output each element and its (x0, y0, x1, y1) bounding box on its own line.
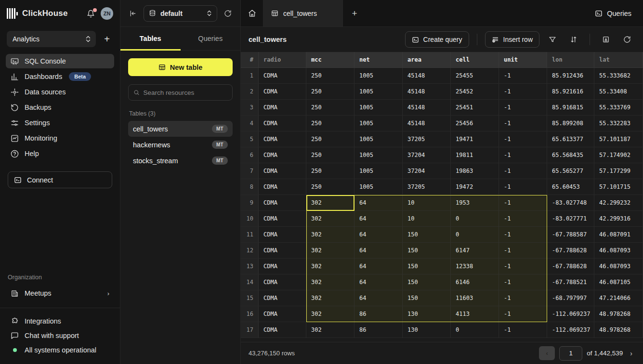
notifications-button[interactable] (85, 8, 97, 20)
queries-button[interactable]: Queries (583, 0, 643, 26)
grid-cell[interactable]: 250 (306, 179, 354, 195)
grid-cell[interactable]: 0 (451, 227, 499, 243)
database-select[interactable]: default (144, 5, 217, 22)
grid-cell[interactable]: 302 (306, 322, 354, 338)
column-header-rownum[interactable]: # (241, 52, 259, 68)
grid-cell[interactable]: CDMA (259, 290, 306, 306)
grid-cell[interactable]: 42.299316 (594, 211, 643, 227)
grid-cell[interactable]: 25451 (451, 100, 499, 116)
grid-cell[interactable]: -112.069237 (547, 322, 594, 338)
grid-cell[interactable]: 47.214066 (594, 290, 643, 306)
grid-cell[interactable]: -68.797997 (547, 290, 594, 306)
grid-cell[interactable]: 64 (354, 290, 403, 306)
sort-button[interactable] (565, 31, 582, 48)
refresh-tables-button[interactable] (222, 8, 234, 19)
grid-cell[interactable]: 55.333769 (594, 100, 643, 116)
grid-cell[interactable]: 10 (403, 211, 451, 227)
grid-cell[interactable]: -1 (499, 211, 547, 227)
grid-cell[interactable]: 1005 (354, 68, 403, 84)
grid-cell[interactable]: 150 (403, 227, 451, 243)
grid-cell[interactable]: -1 (499, 147, 547, 163)
filter-button[interactable] (544, 31, 561, 48)
open-tab-cell-towers[interactable]: cell_towers (263, 0, 343, 26)
sidebar-item-data-sources[interactable]: Data sources (6, 85, 114, 99)
grid-cell[interactable]: 19863 (451, 163, 499, 179)
grid-cell[interactable]: -1 (499, 259, 547, 274)
grid-cell[interactable]: CDMA (259, 68, 306, 84)
grid-cell[interactable]: 250 (306, 163, 354, 179)
grid-cell[interactable]: 19472 (451, 179, 499, 195)
grid-cell[interactable]: 1005 (354, 116, 403, 131)
sidebar-item-monitoring[interactable]: Monitoring (6, 131, 114, 145)
grid-cell[interactable]: 48.978268 (594, 306, 643, 322)
grid-cell[interactable]: CDMA (259, 116, 306, 131)
grid-cell[interactable]: CDMA (259, 131, 306, 147)
grid-cell[interactable]: 64 (354, 227, 403, 243)
tab-queries[interactable]: Queries (181, 27, 241, 50)
grid-cell[interactable]: 302 (306, 306, 354, 322)
grid-cell[interactable]: CDMA (259, 100, 306, 116)
grid-cell[interactable]: 302 (306, 274, 354, 290)
grid-cell[interactable]: CDMA (259, 306, 306, 322)
grid-cell[interactable]: 1005 (354, 163, 403, 179)
grid-cell[interactable]: 64 (354, 274, 403, 290)
grid-cell[interactable]: 86 (354, 322, 403, 338)
grid-cell[interactable]: CDMA (259, 259, 306, 274)
column-header-lat[interactable]: lat (594, 52, 643, 68)
grid-cell[interactable]: 302 (306, 211, 354, 227)
connect-button[interactable]: Connect (8, 171, 112, 188)
grid-cell[interactable]: 46.087093 (594, 243, 643, 259)
grid-cell[interactable]: 19811 (451, 147, 499, 163)
user-avatar[interactable]: ZN (101, 7, 113, 20)
column-header-area[interactable]: area (403, 52, 451, 68)
grid-cell[interactable]: -67.788587 (547, 227, 594, 243)
grid-cell[interactable]: 1005 (354, 131, 403, 147)
grid-cell[interactable]: 55.33408 (594, 84, 643, 100)
prev-page-button[interactable]: ‹ (539, 346, 555, 360)
grid-cell[interactable]: 19471 (451, 131, 499, 147)
new-tab-button[interactable]: + (343, 0, 366, 26)
workspace-select[interactable]: Analytics (7, 31, 96, 47)
grid-cell[interactable]: 65.568435 (547, 147, 594, 163)
grid-cell[interactable]: 55.333682 (594, 68, 643, 84)
grid-cell[interactable]: 46.087091 (594, 227, 643, 243)
grid-cell[interactable]: CDMA (259, 243, 306, 259)
grid-cell[interactable]: -83.027771 (547, 211, 594, 227)
grid-cell[interactable]: 0 (451, 211, 499, 227)
grid-cell[interactable]: CDMA (259, 163, 306, 179)
grid-cell[interactable]: -67.788628 (547, 259, 594, 274)
sidebar-item-sql-console[interactable]: SQL Console (6, 54, 114, 68)
grid-cell[interactable]: 57.101715 (594, 179, 643, 195)
grid-cell[interactable]: 10 (403, 195, 451, 211)
grid-cell[interactable]: 46.087093 (594, 259, 643, 274)
column-header-net[interactable]: net (354, 52, 403, 68)
search-resources-input[interactable] (144, 89, 227, 96)
grid-cell[interactable]: 57.101187 (594, 131, 643, 147)
grid-cell[interactable]: 6146 (451, 274, 499, 290)
grid-cell[interactable]: -1 (499, 68, 547, 84)
grid-cell[interactable]: 302 (306, 259, 354, 274)
grid-cell[interactable]: -1 (499, 100, 547, 116)
table-list-item-stocks-stream[interactable]: stocks_stream MT (128, 153, 233, 169)
grid-cell[interactable]: 302 (306, 227, 354, 243)
grid-cell[interactable]: 57.177299 (594, 163, 643, 179)
grid-cell[interactable]: 250 (306, 100, 354, 116)
grid-cell[interactable]: -1 (499, 131, 547, 147)
grid-cell[interactable]: 55.332283 (594, 116, 643, 131)
column-header-mcc[interactable]: mcc (306, 52, 354, 68)
table-list-item-cell-towers[interactable]: cell_towers MT (128, 121, 233, 137)
grid-cell[interactable]: 150 (403, 274, 451, 290)
sidebar-item-backups[interactable]: Backups (6, 100, 114, 115)
grid-cell[interactable]: 150 (403, 259, 451, 274)
grid-cell[interactable]: 0 (451, 322, 499, 338)
grid-cell[interactable]: -1 (499, 84, 547, 100)
grid-cell[interactable]: -67.788628 (547, 243, 594, 259)
grid-cell[interactable]: 85.899208 (547, 116, 594, 131)
grid-cell[interactable]: 130 (403, 322, 451, 338)
grid-cell[interactable]: 57.174902 (594, 147, 643, 163)
grid-cell[interactable]: 42.299232 (594, 195, 643, 211)
grid-cell[interactable]: 1005 (354, 100, 403, 116)
grid-cell[interactable]: 1005 (354, 147, 403, 163)
next-page-button[interactable]: › (627, 348, 635, 359)
column-header-cell[interactable]: cell (451, 52, 499, 68)
